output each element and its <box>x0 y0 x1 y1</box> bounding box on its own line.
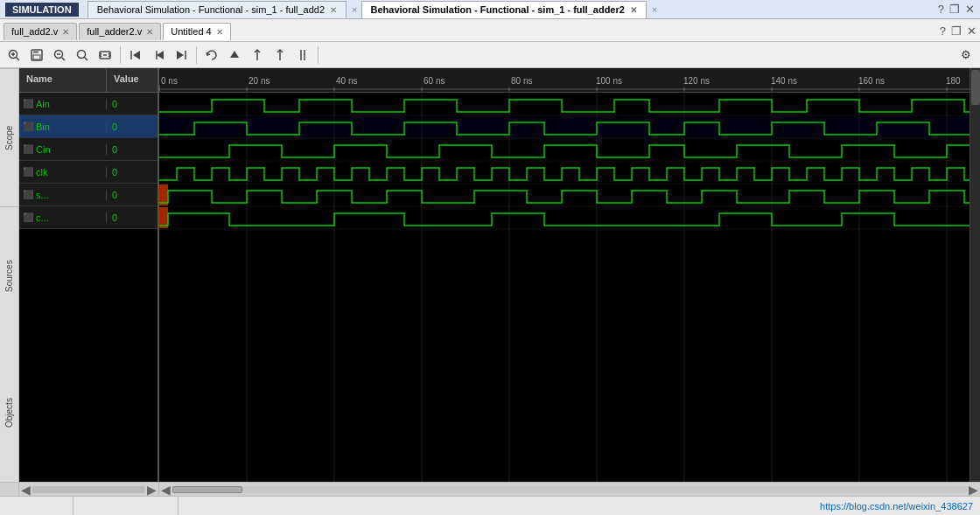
h-scroll-left-btn[interactable]: ◀ <box>161 483 171 497</box>
svg-marker-20 <box>230 51 239 58</box>
c-icon: ⬛ <box>23 212 33 222</box>
cin-icon: ⬛ <box>23 144 33 154</box>
file-tab-full-adder2[interactable]: full_adder2.v ✕ <box>79 23 161 40</box>
file-tab-full-add2-close[interactable]: ✕ <box>62 27 69 37</box>
signal-name-clk: ⬛ clk <box>19 167 107 177</box>
help-icon[interactable]: ? <box>938 3 944 16</box>
status-mid <box>74 497 178 515</box>
h-scrollbar-track-left[interactable] <box>32 486 145 493</box>
signal-row-c[interactable]: ⬛ c... 0 <box>19 206 158 229</box>
file-tab-full-add2[interactable]: full_add2.v ✕ <box>4 23 77 40</box>
horizontal-scrollbar-row: ◀ ▶ ◀ ▶ <box>0 482 980 496</box>
up-btn[interactable] <box>224 45 245 66</box>
scroll-left-btn[interactable]: ◀ <box>21 483 31 497</box>
clk-icon: ⬛ <box>23 167 33 177</box>
toolbar-sep2 <box>196 46 197 64</box>
c-label: c... <box>36 212 49 223</box>
svg-text:140 ns: 140 ns <box>771 76 797 86</box>
toolbar-sep3 <box>318 46 318 64</box>
scrollbar-thumb-v[interactable] <box>971 70 980 105</box>
svg-line-11 <box>85 57 88 60</box>
scrollbar-main[interactable]: ◀ ▶ <box>159 483 980 496</box>
signal-row-cin[interactable]: ⬛ Cin 0 <box>19 138 158 161</box>
add-marker-btn[interactable] <box>247 45 268 66</box>
ain-icon: ⬛ <box>23 99 33 108</box>
h-scrollbar-thumb[interactable] <box>172 486 242 493</box>
file-restore-icon[interactable]: ❐ <box>951 24 962 38</box>
clk-label: clk <box>36 167 47 177</box>
signal-header-name: Name <box>19 68 107 92</box>
title-bar-actions: ? ❐ ✕ <box>938 3 975 16</box>
svg-text:20 ns: 20 ns <box>248 76 270 86</box>
s-value: 0 <box>107 190 158 200</box>
file-tab-full-add2-label: full_add2.v <box>11 26 58 37</box>
tab-sim1-label: Behavioral Simulation - Functional - sim… <box>97 4 325 15</box>
simulation-label: SIMULATION <box>5 3 79 17</box>
file-tab-full-adder2-close[interactable]: ✕ <box>146 27 153 37</box>
timeline-ruler: 0 ns 20 ns 40 ns 60 ns 80 ns 100 ns 120 … <box>159 68 980 93</box>
signal-row-bin[interactable]: ⬛ Bin 0 <box>19 115 158 138</box>
tab-sim2-close[interactable]: ✕ <box>630 5 637 15</box>
restore-icon[interactable]: ❐ <box>949 3 960 16</box>
zoom-fit-btn[interactable] <box>72 45 93 66</box>
h-scroll-right-btn[interactable]: ▶ <box>969 483 978 497</box>
zoom-in-btn[interactable] <box>4 45 24 66</box>
waveform-area[interactable]: 0 ns 20 ns 40 ns 60 ns 80 ns 100 ns 120 … <box>159 68 980 482</box>
refresh-btn[interactable] <box>201 45 222 66</box>
main-content: Scope Sources Objects Name Value ⬛ Ain 0… <box>0 68 980 482</box>
cin-value: 0 <box>107 144 158 155</box>
signal-name-bin: ⬛ Bin <box>19 122 107 132</box>
next-marker-btn[interactable] <box>292 45 313 66</box>
tab-sim1-close[interactable]: ✕ <box>330 5 337 15</box>
scroll-right-left-btn[interactable]: ▶ <box>147 483 157 497</box>
file-help-icon[interactable]: ? <box>940 24 946 38</box>
zoom-full-btn[interactable] <box>94 45 116 66</box>
objects-label[interactable]: Objects <box>0 344 18 482</box>
file-close-icon[interactable]: ✕ <box>967 24 976 38</box>
signal-row-clk[interactable]: ⬛ clk 0 <box>19 161 158 184</box>
signal-table-fill <box>19 229 158 482</box>
scrollbar-left: ◀ ▶ <box>19 483 159 496</box>
svg-marker-15 <box>133 51 140 59</box>
settings-btn[interactable]: ⚙ <box>956 45 976 66</box>
go-start-btn[interactable] <box>125 45 146 66</box>
close-icon[interactable]: ✕ <box>965 3 975 16</box>
title-bar: SIMULATION Behavioral Simulation - Funct… <box>0 0 980 19</box>
h-scrollbar-track[interactable] <box>172 486 967 493</box>
signal-row-s[interactable]: ⬛ s... 0 <box>19 184 158 206</box>
tab-sim2[interactable]: Behavioral Simulation - Functional - sim… <box>361 1 647 18</box>
go-end-btn[interactable] <box>171 45 192 66</box>
prev-marker-btn[interactable] <box>270 45 290 66</box>
sources-label[interactable]: Sources <box>0 206 18 344</box>
signal-name-c: ⬛ c... <box>19 212 107 223</box>
ain-value: 0 <box>107 99 158 109</box>
prev-cursor-btn[interactable] <box>148 45 169 66</box>
svg-rect-6 <box>33 55 40 59</box>
svg-marker-17 <box>157 51 164 59</box>
zoom-out-btn[interactable] <box>49 45 70 66</box>
signal-table: Name Value ⬛ Ain 0 ⬛ Bin 0 ⬛ Cin 0 <box>19 68 159 482</box>
ain-label: Ain <box>36 99 50 109</box>
vertical-scrollbar[interactable] <box>970 68 980 482</box>
file-tab-untitled[interactable]: Untitled 4 ✕ <box>163 23 230 40</box>
bin-label: Bin <box>36 122 50 132</box>
svg-text:80 ns: 80 ns <box>511 76 532 86</box>
svg-rect-5 <box>33 50 38 53</box>
save-btn[interactable] <box>26 45 47 66</box>
scope-label[interactable]: Scope <box>0 68 18 206</box>
waveform-rows <box>159 93 980 482</box>
svg-text:0 ns: 0 ns <box>161 76 178 86</box>
file-tab-untitled-close[interactable]: ✕ <box>216 27 223 37</box>
svg-text:120 ns: 120 ns <box>683 76 710 86</box>
status-url-text: https://blog.csdn.net/weixin_438627 <box>820 501 973 512</box>
svg-text:180: 180 <box>946 76 961 86</box>
svg-line-1 <box>17 57 20 60</box>
signal-row-ain[interactable]: ⬛ Ain 0 <box>19 93 158 115</box>
svg-text:100 ns: 100 ns <box>596 76 622 86</box>
toolbar: ⚙ <box>0 42 980 68</box>
status-bar: https://blog.csdn.net/weixin_438627 <box>0 496 980 515</box>
toolbar-sep1 <box>120 46 121 64</box>
svg-text:40 ns: 40 ns <box>336 76 357 86</box>
svg-point-10 <box>78 50 86 58</box>
tab-sim1[interactable]: Behavioral Simulation - Functional - sim… <box>88 1 346 18</box>
